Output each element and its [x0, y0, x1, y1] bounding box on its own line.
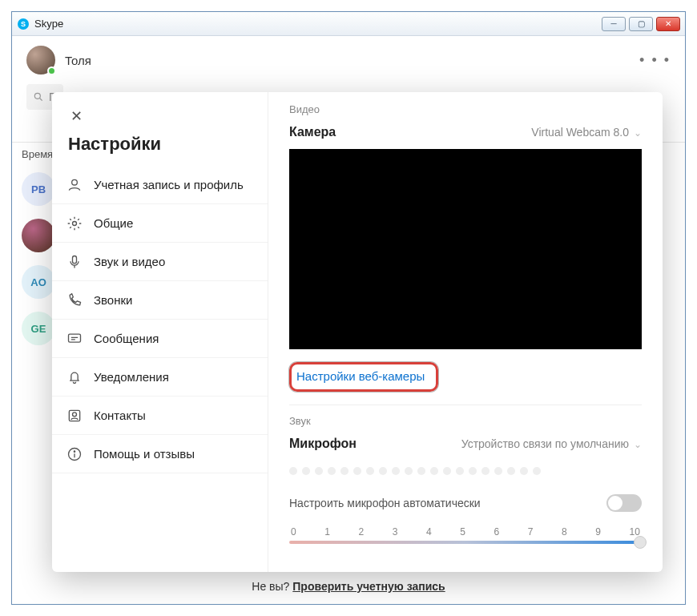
chevron-down-icon: ⌄: [634, 439, 642, 450]
sidebar-item-messages[interactable]: Сообщения: [52, 320, 268, 358]
chat-avatar: GE: [22, 312, 55, 345]
microphone-select[interactable]: Устройство связи по умолчанию⌄: [461, 437, 642, 450]
svg-rect-7: [69, 334, 81, 342]
camera-preview: [289, 149, 642, 349]
sidebar-item-audio-video[interactable]: Звук и видео: [52, 243, 268, 281]
sidebar-item-label: Уведомления: [94, 370, 169, 384]
svg-point-9: [73, 412, 77, 416]
mic-slider[interactable]: 012345678910: [289, 521, 642, 546]
mic-level-meter: [289, 461, 642, 477]
svg-point-4: [72, 179, 78, 185]
sidebar-item-account[interactable]: Учетная запись и профиль: [52, 166, 268, 204]
footer-prefix: Не вы?: [252, 580, 292, 593]
person-icon: [66, 177, 83, 193]
sidebar-item-general[interactable]: Общие: [52, 204, 268, 243]
divider: [289, 405, 642, 405]
sidebar-item-label: Учетная запись и профиль: [94, 178, 244, 192]
bell-icon: [66, 369, 83, 385]
titlebar: S Skype ─ ▢ ✕: [12, 12, 685, 36]
slider-knob[interactable]: [634, 536, 647, 549]
camera-value: Virtual Webcam 8.0: [531, 126, 629, 139]
sidebar-item-label: Помощь и отзывы: [94, 447, 195, 461]
more-button[interactable]: • • •: [639, 52, 671, 69]
footer-text: Не вы? Проверить учетную запись: [12, 580, 685, 593]
svg-line-3: [40, 99, 42, 101]
avatar[interactable]: [26, 46, 55, 74]
svg-point-2: [34, 93, 40, 99]
microphone-label: Микрофон: [289, 437, 357, 451]
sidebar-item-label: Звонки: [94, 293, 132, 307]
settings-panel: Видео Камера Virtual Webcam 8.0⌄ Настрой…: [268, 92, 663, 572]
info-icon: [66, 446, 83, 462]
sidebar-item-label: Контакты: [94, 409, 146, 422]
sidebar-item-label: Общие: [94, 216, 133, 230]
close-icon[interactable]: ✕: [62, 102, 91, 131]
contacts-icon: [66, 408, 83, 424]
sidebar-item-label: Звук и видео: [94, 255, 165, 268]
settings-sidebar: ✕ Настройки Учетная запись и профиль Общ…: [52, 92, 268, 572]
message-icon: [66, 331, 83, 347]
sidebar-item-label: Сообщения: [94, 332, 159, 345]
video-section-label: Видео: [289, 103, 642, 115]
skype-icon: S: [17, 18, 30, 30]
svg-text:S: S: [21, 20, 26, 28]
mic-icon: [66, 254, 83, 270]
svg-point-12: [74, 451, 75, 452]
camera-select[interactable]: Virtual Webcam 8.0⌄: [531, 126, 642, 139]
gear-icon: [66, 215, 83, 232]
settings-modal: ✕ Настройки Учетная запись и профиль Общ…: [52, 92, 663, 572]
microphone-value: Устройство связи по умолчанию: [461, 437, 629, 450]
sidebar-item-help[interactable]: Помощь и отзывы: [52, 435, 268, 473]
minimize-button[interactable]: ─: [602, 17, 626, 31]
webcam-settings-link[interactable]: Настройки веб-камеры: [289, 362, 438, 392]
close-button[interactable]: ✕: [656, 17, 680, 31]
maximize-button[interactable]: ▢: [629, 17, 653, 31]
chat-avatar: AO: [22, 265, 55, 299]
chevron-down-icon: ⌄: [634, 127, 642, 139]
profile-name[interactable]: Толя: [65, 54, 91, 67]
presence-dot: [47, 66, 56, 75]
slider-track: [289, 541, 642, 544]
sidebar-item-contacts[interactable]: Контакты: [52, 397, 268, 435]
camera-label: Камера: [289, 125, 336, 139]
app-window: S Skype ─ ▢ ✕ Толя • • • П: [11, 11, 686, 605]
auto-mic-label: Настроить микрофон автоматически: [289, 497, 481, 509]
auto-mic-toggle[interactable]: [606, 494, 642, 512]
window-title: Skype: [34, 18, 598, 30]
sidebar-item-calls[interactable]: Звонки: [52, 281, 268, 320]
settings-title: Настройки: [52, 131, 268, 166]
chat-avatar: [22, 219, 55, 252]
chat-avatar: PB: [22, 172, 55, 206]
phone-icon: [66, 292, 83, 308]
svg-point-5: [73, 221, 77, 225]
footer-link[interactable]: Проверить учетную запись: [292, 580, 445, 593]
sidebar-item-notifications[interactable]: Уведомления: [52, 358, 268, 397]
svg-rect-6: [73, 256, 77, 263]
search-icon: [33, 91, 44, 103]
slider-scale: 012345678910: [289, 526, 642, 537]
audio-section-label: Звук: [289, 415, 642, 427]
